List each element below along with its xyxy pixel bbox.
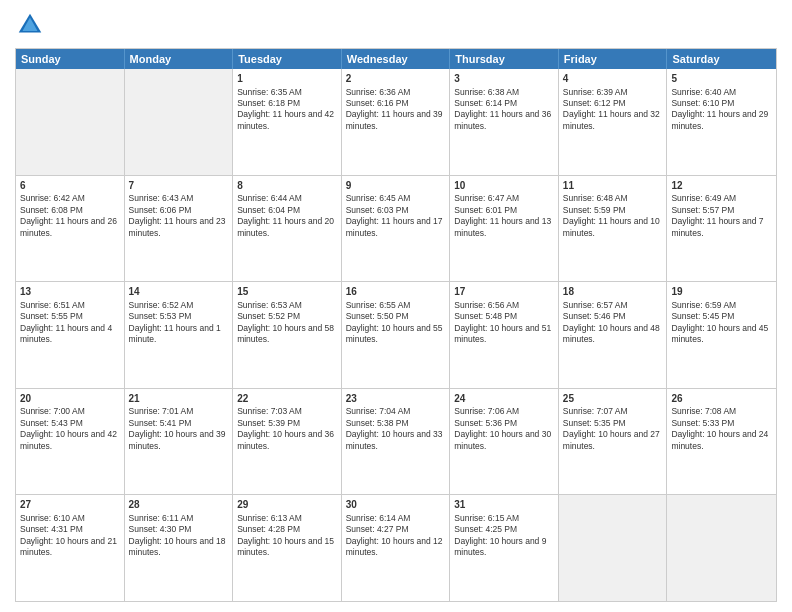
calendar-cell: 27Sunrise: 6:10 AMSunset: 4:31 PMDayligh…: [16, 495, 125, 601]
calendar-cell: 17Sunrise: 6:56 AMSunset: 5:48 PMDayligh…: [450, 282, 559, 388]
calendar-cell: 21Sunrise: 7:01 AMSunset: 5:41 PMDayligh…: [125, 389, 234, 495]
calendar-cell: 28Sunrise: 6:11 AMSunset: 4:30 PMDayligh…: [125, 495, 234, 601]
day-info-line: Sunset: 5:41 PM: [129, 418, 229, 429]
day-number: 17: [454, 285, 554, 299]
day-info-line: Sunrise: 6:39 AM: [563, 87, 663, 98]
day-info-line: Sunset: 5:59 PM: [563, 205, 663, 216]
day-info-line: Sunrise: 6:42 AM: [20, 193, 120, 204]
weekday-header: Friday: [559, 49, 668, 69]
calendar-cell: 24Sunrise: 7:06 AMSunset: 5:36 PMDayligh…: [450, 389, 559, 495]
calendar-cell: 16Sunrise: 6:55 AMSunset: 5:50 PMDayligh…: [342, 282, 451, 388]
day-info-line: Daylight: 10 hours and 33 minutes.: [346, 429, 446, 452]
calendar-cell: 20Sunrise: 7:00 AMSunset: 5:43 PMDayligh…: [16, 389, 125, 495]
day-number: 1: [237, 72, 337, 86]
calendar-cell: 11Sunrise: 6:48 AMSunset: 5:59 PMDayligh…: [559, 176, 668, 282]
calendar-row: 27Sunrise: 6:10 AMSunset: 4:31 PMDayligh…: [16, 495, 776, 601]
day-info-line: Sunrise: 6:49 AM: [671, 193, 772, 204]
day-info-line: Sunset: 4:30 PM: [129, 524, 229, 535]
day-info-line: Sunrise: 6:13 AM: [237, 513, 337, 524]
day-info-line: Sunset: 5:36 PM: [454, 418, 554, 429]
page: SundayMondayTuesdayWednesdayThursdayFrid…: [0, 0, 792, 612]
day-info-line: Sunrise: 6:44 AM: [237, 193, 337, 204]
calendar-cell: [667, 495, 776, 601]
day-info-line: Sunset: 6:18 PM: [237, 98, 337, 109]
day-number: 9: [346, 179, 446, 193]
day-info-line: Sunrise: 6:52 AM: [129, 300, 229, 311]
day-number: 29: [237, 498, 337, 512]
day-number: 5: [671, 72, 772, 86]
calendar-cell: 22Sunrise: 7:03 AMSunset: 5:39 PMDayligh…: [233, 389, 342, 495]
day-info-line: Sunrise: 6:45 AM: [346, 193, 446, 204]
day-info-line: Daylight: 11 hours and 29 minutes.: [671, 109, 772, 132]
day-info-line: Daylight: 10 hours and 24 minutes.: [671, 429, 772, 452]
day-info-line: Sunset: 5:45 PM: [671, 311, 772, 322]
weekday-header: Thursday: [450, 49, 559, 69]
day-info-line: Sunset: 6:01 PM: [454, 205, 554, 216]
calendar-cell: 26Sunrise: 7:08 AMSunset: 5:33 PMDayligh…: [667, 389, 776, 495]
day-info-line: Sunrise: 6:35 AM: [237, 87, 337, 98]
day-info-line: Sunset: 6:14 PM: [454, 98, 554, 109]
day-info-line: Daylight: 10 hours and 27 minutes.: [563, 429, 663, 452]
day-info-line: Sunset: 6:03 PM: [346, 205, 446, 216]
calendar-row: 13Sunrise: 6:51 AMSunset: 5:55 PMDayligh…: [16, 282, 776, 389]
day-info-line: Daylight: 10 hours and 36 minutes.: [237, 429, 337, 452]
day-number: 13: [20, 285, 120, 299]
day-info-line: Sunrise: 6:55 AM: [346, 300, 446, 311]
day-number: 15: [237, 285, 337, 299]
calendar-cell: 8Sunrise: 6:44 AMSunset: 6:04 PMDaylight…: [233, 176, 342, 282]
day-info-line: Sunrise: 7:08 AM: [671, 406, 772, 417]
day-info-line: Sunset: 5:35 PM: [563, 418, 663, 429]
day-number: 25: [563, 392, 663, 406]
day-number: 18: [563, 285, 663, 299]
calendar-cell: 5Sunrise: 6:40 AMSunset: 6:10 PMDaylight…: [667, 69, 776, 175]
calendar-cell: 15Sunrise: 6:53 AMSunset: 5:52 PMDayligh…: [233, 282, 342, 388]
day-info-line: Daylight: 11 hours and 26 minutes.: [20, 216, 120, 239]
day-info-line: Daylight: 11 hours and 20 minutes.: [237, 216, 337, 239]
day-number: 22: [237, 392, 337, 406]
calendar-cell: 23Sunrise: 7:04 AMSunset: 5:38 PMDayligh…: [342, 389, 451, 495]
day-info-line: Sunset: 5:52 PM: [237, 311, 337, 322]
day-info-line: Sunrise: 6:36 AM: [346, 87, 446, 98]
day-info-line: Daylight: 10 hours and 30 minutes.: [454, 429, 554, 452]
calendar-cell: 31Sunrise: 6:15 AMSunset: 4:25 PMDayligh…: [450, 495, 559, 601]
day-info-line: Sunrise: 7:00 AM: [20, 406, 120, 417]
day-number: 8: [237, 179, 337, 193]
day-info-line: Sunset: 5:43 PM: [20, 418, 120, 429]
header: [15, 10, 777, 40]
day-info-line: Sunrise: 7:04 AM: [346, 406, 446, 417]
day-info-line: Daylight: 11 hours and 13 minutes.: [454, 216, 554, 239]
day-info-line: Sunset: 6:12 PM: [563, 98, 663, 109]
day-info-line: Sunrise: 6:56 AM: [454, 300, 554, 311]
calendar-cell: 10Sunrise: 6:47 AMSunset: 6:01 PMDayligh…: [450, 176, 559, 282]
day-info-line: Sunrise: 6:15 AM: [454, 513, 554, 524]
day-info-line: Daylight: 11 hours and 36 minutes.: [454, 109, 554, 132]
day-info-line: Daylight: 10 hours and 18 minutes.: [129, 536, 229, 559]
day-number: 2: [346, 72, 446, 86]
day-info-line: Sunset: 5:50 PM: [346, 311, 446, 322]
day-info-line: Daylight: 10 hours and 58 minutes.: [237, 323, 337, 346]
day-number: 30: [346, 498, 446, 512]
calendar-cell: 19Sunrise: 6:59 AMSunset: 5:45 PMDayligh…: [667, 282, 776, 388]
day-info-line: Daylight: 11 hours and 10 minutes.: [563, 216, 663, 239]
day-info-line: Sunset: 5:57 PM: [671, 205, 772, 216]
day-info-line: Sunrise: 7:03 AM: [237, 406, 337, 417]
day-info-line: Sunset: 6:06 PM: [129, 205, 229, 216]
calendar-cell: 7Sunrise: 6:43 AMSunset: 6:06 PMDaylight…: [125, 176, 234, 282]
calendar-cell: 14Sunrise: 6:52 AMSunset: 5:53 PMDayligh…: [125, 282, 234, 388]
day-info-line: Sunrise: 6:47 AM: [454, 193, 554, 204]
day-info-line: Sunrise: 6:59 AM: [671, 300, 772, 311]
day-info-line: Daylight: 11 hours and 23 minutes.: [129, 216, 229, 239]
day-info-line: Sunrise: 6:11 AM: [129, 513, 229, 524]
logo: [15, 10, 49, 40]
day-info-line: Daylight: 10 hours and 55 minutes.: [346, 323, 446, 346]
day-info-line: Sunrise: 6:48 AM: [563, 193, 663, 204]
calendar-cell: 3Sunrise: 6:38 AMSunset: 6:14 PMDaylight…: [450, 69, 559, 175]
calendar-cell: 9Sunrise: 6:45 AMSunset: 6:03 PMDaylight…: [342, 176, 451, 282]
day-info-line: Sunrise: 6:10 AM: [20, 513, 120, 524]
day-number: 27: [20, 498, 120, 512]
calendar-body: 1Sunrise: 6:35 AMSunset: 6:18 PMDaylight…: [16, 69, 776, 601]
calendar-cell: 1Sunrise: 6:35 AMSunset: 6:18 PMDaylight…: [233, 69, 342, 175]
day-info-line: Sunset: 6:10 PM: [671, 98, 772, 109]
day-number: 21: [129, 392, 229, 406]
day-number: 16: [346, 285, 446, 299]
